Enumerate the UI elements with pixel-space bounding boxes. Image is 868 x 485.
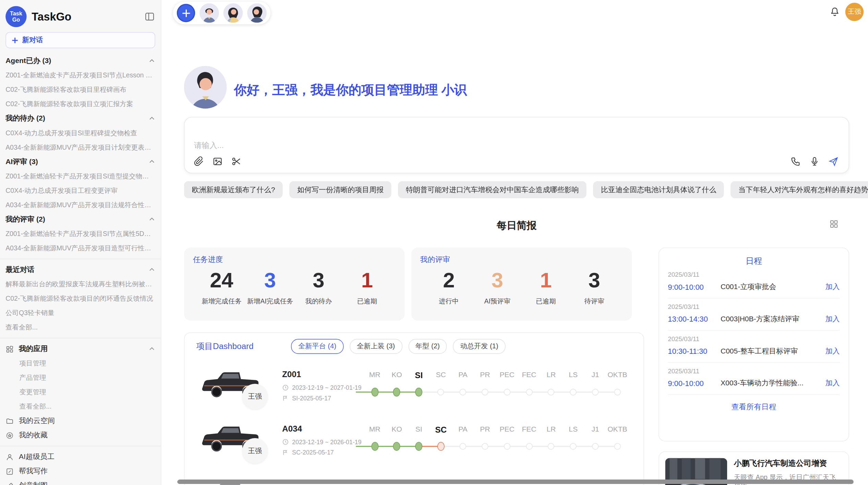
chevron-up-icon[interactable] xyxy=(148,216,155,223)
project-owner-badge: 王强 xyxy=(242,384,268,409)
tab-powertrain[interactable]: 动总开发 (1) xyxy=(453,339,505,354)
join-link[interactable]: 加入 xyxy=(825,314,840,324)
project-name: A034 xyxy=(282,424,302,433)
section-agent-done[interactable]: Agent已办 (3) xyxy=(5,54,155,68)
sidebar-item[interactable]: Z001-全新燃油轻卡产品开发项目SI节点属性5D文件评审 xyxy=(5,226,155,241)
sidebar-collapse-icon[interactable] xyxy=(144,11,155,22)
sidebar-item[interactable]: Z001-全新燃油皮卡产品开发项目SI节点Lesson Learn报告 xyxy=(5,68,155,83)
schedule-event: 2025/03/11 10:30-11:30 C005-整车工程目标评审 加入 xyxy=(659,331,848,356)
recent-chat-item[interactable]: 公司Q3轻卡销量 xyxy=(5,306,155,320)
stat: 3AI预评审 xyxy=(473,268,521,307)
sidebar-item[interactable]: Z001-全新燃油轻卡产品开发项目SI造型提交物评审 xyxy=(5,169,155,183)
add-session-button[interactable] xyxy=(177,4,195,22)
app-logo: Task Go xyxy=(5,6,26,27)
join-link[interactable]: 加入 xyxy=(825,346,840,356)
app-item-product-mgmt[interactable]: 产品管理 xyxy=(5,371,155,385)
event-time: 13:00-14:30 xyxy=(668,315,721,323)
image-icon[interactable] xyxy=(212,156,223,167)
apps-view-all[interactable]: 查看全部... xyxy=(5,399,155,414)
milestone-label: J1 xyxy=(591,371,599,379)
chevron-up-icon[interactable] xyxy=(148,115,155,122)
sidebar-item[interactable]: A034-全新新能源MUV产品开发项目计划变更表编写 xyxy=(5,140,155,154)
section-my-review[interactable]: 我的评审 (2) xyxy=(5,212,155,226)
suggestion-chip[interactable]: 如何写一份清晰的项目周报 xyxy=(289,181,391,198)
suggestion-chip[interactable]: 当下年轻人对汽车外观有怎样的喜好趋势 xyxy=(731,181,868,198)
section-my-todo[interactable]: 我的待办 (2) xyxy=(5,111,155,126)
milestone-label: LS xyxy=(569,425,578,433)
user-avatar[interactable]: 王强 xyxy=(845,3,864,21)
section-ai-review[interactable]: AI评审 (3) xyxy=(5,154,155,169)
microphone-icon[interactable] xyxy=(809,156,820,167)
new-chat-label: 新对话 xyxy=(22,35,43,45)
recent-chat-item[interactable]: C02-飞腾新能源轻客改款项目的闭环通告反馈情况 xyxy=(5,291,155,306)
milestone-dot-pending xyxy=(460,443,466,450)
milestone-label: PA xyxy=(458,425,468,433)
tab-all-new-platform[interactable]: 全新平台 (4) xyxy=(291,339,343,354)
clock-icon xyxy=(282,384,289,391)
flag-icon xyxy=(282,395,289,401)
milestone-label: FEC xyxy=(522,371,536,379)
section-my-apps[interactable]: 我的应用 xyxy=(5,342,155,356)
milestone-dot-overdue xyxy=(437,442,445,451)
section-recent-chats[interactable]: 最近对话 xyxy=(5,262,155,277)
app-item-project-mgmt[interactable]: 项目管理 xyxy=(5,356,155,371)
sidebar-item-cloud-space[interactable]: 我的云空间 xyxy=(5,414,155,428)
chat-input-box[interactable]: 请输入... xyxy=(184,117,849,173)
sidebar-item-favorites[interactable]: 我的收藏 xyxy=(5,428,155,443)
join-link[interactable]: 加入 xyxy=(825,282,840,292)
phone-icon[interactable] xyxy=(791,156,801,167)
milestone-dot-pending xyxy=(460,389,466,395)
chevron-up-icon[interactable] xyxy=(148,58,155,64)
divider xyxy=(668,394,840,395)
view-all-schedule-link[interactable]: 查看所有日程 xyxy=(659,402,848,412)
avatar[interactable] xyxy=(224,3,243,23)
milestone-dot-pending xyxy=(504,389,510,395)
project-row[interactable]: 王强 A034 2023-12-19 ~ 2026-01-19 SC-2025-… xyxy=(184,420,644,474)
stat: 2进行中 xyxy=(425,268,473,307)
milestone-label: OKTB xyxy=(607,425,627,433)
sidebar-item-help-write[interactable]: 帮我写作 xyxy=(5,464,155,478)
suggestion-chip[interactable]: 特朗普可能对进口汽车增税会对中国车企造成哪些影响 xyxy=(398,181,587,198)
new-chat-button[interactable]: 新对话 xyxy=(5,32,155,48)
sidebar-item-ai-employee[interactable]: AI超级员工 xyxy=(5,450,155,464)
layout-grid-icon[interactable] xyxy=(829,219,839,228)
app-item-change-mgmt[interactable]: 变更管理 xyxy=(5,385,155,399)
tab-new-body[interactable]: 全新上装 (3) xyxy=(350,339,402,354)
scissors-icon[interactable] xyxy=(231,156,242,167)
milestone-dot-pending xyxy=(548,389,554,395)
send-icon[interactable] xyxy=(828,156,839,167)
sidebar-item[interactable]: C02-飞腾新能源轻客改款项目里程碑画布 xyxy=(5,83,155,97)
sidebar-item[interactable]: C0X4-动力总成开发项目SI里程碑提交物检查 xyxy=(5,126,155,140)
sidebar-item[interactable]: C0X4-动力总成开发项目工程变更评审 xyxy=(5,183,155,198)
project-row[interactable]: 王强 Z001 2023-12-19 ~ 2027-01-19 SI-2025-… xyxy=(184,366,644,420)
sidebar-item[interactable]: A034-全新新能源MUV产品开发项目法规符合性评审 xyxy=(5,198,155,212)
milestone-dot-done xyxy=(393,442,400,451)
stat: 1已逾期 xyxy=(522,268,570,307)
suggestion-chip[interactable]: 比亚迪全固态电池计划具体说了什么 xyxy=(593,181,724,198)
event-time: 9:00-10:00 xyxy=(668,283,721,291)
paperclip-icon[interactable] xyxy=(193,156,204,167)
chevron-up-icon[interactable] xyxy=(148,266,155,273)
sidebar-item-creative-draw[interactable]: 创意制图 xyxy=(5,478,155,485)
tab-year-model[interactable]: 年型 (2) xyxy=(408,339,447,354)
milestone-dot-done xyxy=(415,388,422,397)
notification-bell-icon[interactable] xyxy=(829,7,840,17)
recent-chat-item[interactable]: 解释最新出台的欧盟报废车法规再生塑料比例被调至15%... xyxy=(5,277,155,291)
join-link[interactable]: 加入 xyxy=(825,378,840,388)
sidebar-item[interactable]: C02-飞腾新能源轻客改款项目立项汇报方案 xyxy=(5,97,155,111)
horizontal-scrollbar[interactable] xyxy=(177,480,854,484)
avatar[interactable] xyxy=(247,3,267,23)
recent-view-all[interactable]: 查看全部... xyxy=(5,320,155,335)
milestone-track: MRKOSISCPAPRPECFECLRLSJ1OKTB xyxy=(355,366,643,405)
chevron-up-icon[interactable] xyxy=(148,346,155,352)
news-title: 小鹏飞行汽车制造公司增资 xyxy=(734,458,843,469)
milestone-label: SC xyxy=(435,425,447,434)
milestone-dot-done xyxy=(371,388,378,397)
project-owner-badge: 王强 xyxy=(242,438,268,463)
app-title: TaskGo xyxy=(32,10,139,23)
avatar[interactable] xyxy=(200,3,219,23)
sidebar-item[interactable]: A034-全新新能源MUV产品开发项目造型可行性评审 xyxy=(5,241,155,255)
suggestion-chip[interactable]: 欧洲新规最近颁布了什么? xyxy=(184,181,283,198)
chevron-up-icon[interactable] xyxy=(148,158,155,165)
sidebar: Task Go TaskGo 新对话 Agent已办 (3) Z001-全新燃油… xyxy=(0,0,161,485)
